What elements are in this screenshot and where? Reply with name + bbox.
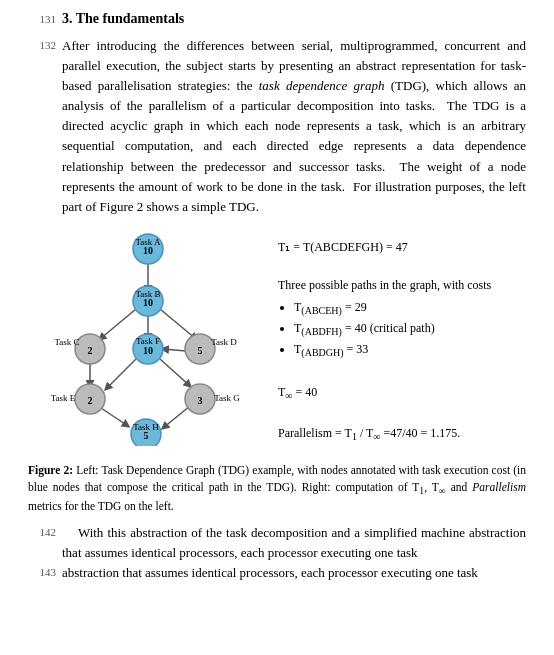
svg-line-5 [163, 349, 186, 351]
svg-line-8 [98, 406, 128, 426]
svg-text:10: 10 [143, 297, 153, 308]
paragraph-2-text: With this abstraction of the task decomp… [62, 523, 526, 563]
parallelism-value: Parallelism = T1 / T∞ =47/40 = 1.175. [278, 424, 526, 445]
figure-2: Task A 10 Task B 10 Task C 2 Task D 5 Ta… [28, 231, 526, 452]
svg-line-2 [160, 309, 196, 339]
path-abdgh: T(ABDGH) = 33 [294, 340, 526, 361]
tinf-value: T∞ = 40 [278, 383, 526, 404]
svg-text:10: 10 [143, 345, 153, 356]
figure-info: T₁ = T(ABCDEFGH) = 47 Three possible pat… [278, 238, 526, 445]
line-142: 142 [28, 523, 56, 541]
svg-text:Task C: Task C [54, 337, 79, 347]
section-header: 131 3. The fundamentals [28, 8, 526, 30]
svg-text:5: 5 [198, 345, 203, 356]
paragraph-1: 132 After introducing the differences be… [28, 36, 526, 217]
paragraph-3: 143 abstraction that assumes identical p… [28, 563, 526, 583]
line-143: 143 [28, 563, 56, 581]
tdg-graph: Task A 10 Task B 10 Task C 2 Task D 5 Ta… [28, 231, 268, 446]
svg-text:10: 10 [143, 245, 153, 256]
svg-text:5: 5 [144, 430, 149, 441]
section-title: 3. The fundamentals [62, 8, 184, 30]
svg-text:Task E: Task E [51, 393, 76, 403]
t1-formula: T₁ = T(ABCDEFGH) = 47 [278, 238, 526, 257]
paragraph-1-text: After introducing the differences betwee… [62, 36, 526, 217]
svg-line-6 [106, 359, 136, 389]
svg-line-7 [160, 359, 190, 386]
svg-text:2: 2 [88, 395, 93, 406]
svg-text:Task G: Task G [214, 393, 240, 403]
paragraph-3-text: abstraction that assumes identical proce… [62, 563, 526, 583]
svg-line-1 [100, 309, 136, 339]
figure-caption: Figure 2: Left: Task Dependence Graph (T… [28, 462, 526, 515]
svg-text:3: 3 [198, 395, 203, 406]
path-abdfh: T(ABDFH) = 40 (critical path) [294, 319, 526, 340]
line-number: 131 [28, 11, 56, 28]
path-abceh: T(ABCEH) = 29 [294, 298, 526, 319]
line-132: 132 [28, 36, 56, 54]
graph-area: Task A 10 Task B 10 Task C 2 Task D 5 Ta… [28, 231, 268, 452]
paths-list: T(ABCEH) = 29 T(ABDFH) = 40 (critical pa… [278, 298, 526, 362]
paths-label: Three possible paths in the graph, with … [278, 276, 526, 295]
svg-text:2: 2 [88, 345, 93, 356]
svg-text:Task D: Task D [211, 337, 237, 347]
paragraph-2: 142 With this abstraction of the task de… [28, 523, 526, 563]
svg-line-9 [163, 406, 190, 428]
